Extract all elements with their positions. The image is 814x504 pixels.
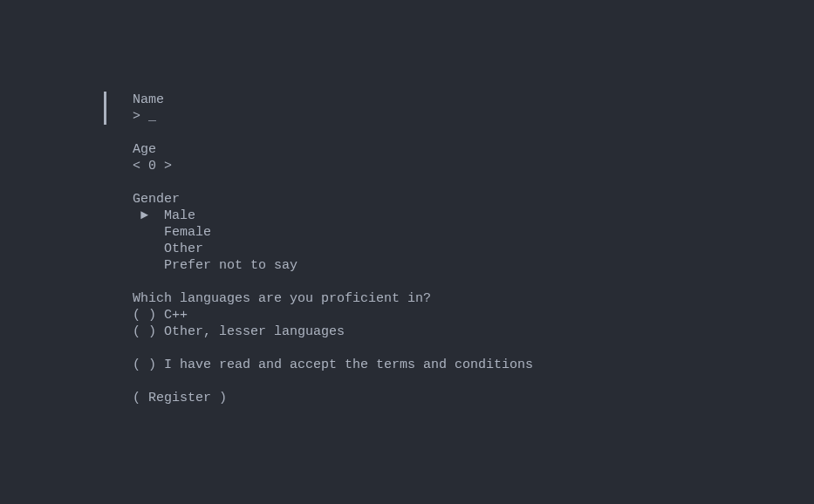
terms-checkbox[interactable]: ( ) I have read and accept the terms and…: [133, 357, 814, 373]
gender-label: Gender: [133, 191, 814, 208]
cursor-icon: _: [148, 109, 156, 124]
register-field-group: ( Register ): [104, 390, 814, 406]
pointer-icon: ►: [133, 208, 164, 223]
registration-form: Name > _ Age < 0 > Gender ► Male Female …: [0, 0, 814, 406]
age-field-group: Age < 0 >: [104, 141, 814, 174]
gender-option-prefer-not[interactable]: Prefer not to say: [133, 257, 814, 274]
name-input[interactable]: > _: [133, 108, 814, 125]
gender-option-male[interactable]: ► Male: [133, 208, 814, 224]
languages-label: Which languages are you proficient in?: [133, 290, 814, 307]
languages-field-group: Which languages are you proficient in? (…: [104, 290, 814, 340]
language-checkbox-cpp[interactable]: ( ) C++: [133, 307, 814, 324]
register-button[interactable]: ( Register ): [133, 390, 814, 406]
gender-option-female[interactable]: Female: [133, 224, 814, 241]
gender-field-group: Gender ► Male Female Other Prefer not to…: [104, 191, 814, 274]
checkbox-icon: ( ): [133, 324, 164, 339]
checkbox-icon: ( ): [133, 358, 164, 372]
age-value: 0: [148, 159, 156, 174]
decrement-icon[interactable]: <: [133, 159, 148, 174]
age-label: Age: [133, 141, 814, 158]
name-label: Name: [133, 92, 814, 108]
gender-option-other[interactable]: Other: [133, 241, 814, 257]
terms-field-group: ( ) I have read and accept the terms and…: [104, 357, 814, 373]
increment-icon[interactable]: >: [156, 159, 172, 174]
language-checkbox-other[interactable]: ( ) Other, lesser languages: [133, 324, 814, 340]
name-field-group: Name > _: [104, 92, 814, 125]
checkbox-icon: ( ): [133, 308, 164, 323]
age-stepper[interactable]: < 0 >: [133, 158, 814, 174]
